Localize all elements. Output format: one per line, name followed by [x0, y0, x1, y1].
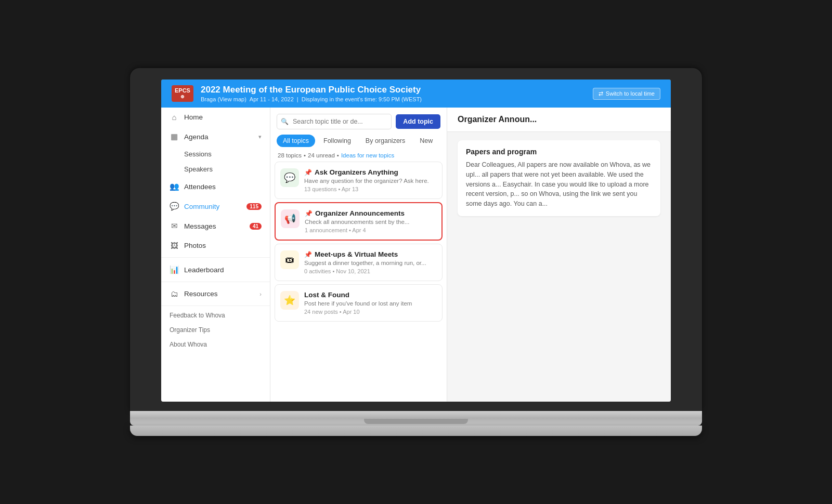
event-title: 2022 Meeting of the European Public Choi…: [201, 85, 422, 95]
topic-desc: Have any question for the organizer? Ask…: [304, 178, 437, 184]
app-logo: EPCS ⊕: [172, 85, 193, 102]
right-panel-header: Organizer Announ...: [447, 108, 671, 132]
community-badge: 115: [246, 203, 262, 210]
sidebar-divider: [161, 257, 270, 258]
topic-card-body: Lost & Found Post here if you've found o…: [304, 291, 437, 315]
topics-list: 💬 📌 Ask Organizers Anything Have any que…: [270, 162, 447, 402]
sidebar-item-photos[interactable]: 🖼 Photos: [161, 236, 270, 255]
topic-card-lost-found[interactable]: ⭐ Lost & Found Post here if you've found…: [275, 284, 443, 322]
switch-local-time-button[interactable]: ⇄ Switch to local time: [593, 88, 660, 100]
sidebar-divider-2: [161, 282, 270, 282]
resources-chevron-icon: ›: [259, 291, 262, 297]
pin-icon: 📌: [304, 169, 312, 176]
topic-meta: 0 activities • Nov 10, 2021: [304, 268, 437, 274]
laptop-notch: [364, 419, 468, 424]
topics-search-area: 🔍 Add topic: [270, 108, 447, 129]
announcement-card: Papers and program Dear Colleagues, All …: [458, 140, 660, 216]
topic-card-meetups[interactable]: 🎟 📌 Meet-ups & Virtual Meets Suggest a d…: [275, 244, 443, 281]
sidebar-item-speakers[interactable]: Speakers: [161, 162, 270, 177]
header-info: 2022 Meeting of the European Public Choi…: [201, 85, 422, 102]
search-input-wrap: 🔍: [277, 114, 392, 129]
ideas-link[interactable]: Ideas for new topics: [341, 152, 394, 158]
tab-by-organizers[interactable]: By organizers: [359, 135, 411, 147]
topic-desc: Suggest a dinner together, a morning run…: [304, 260, 437, 266]
topic-title: Lost & Found: [304, 291, 437, 299]
event-subtitle: Braga (View map) Apr 11 - 14, 2022 | Dis…: [201, 96, 422, 102]
sidebar-item-agenda[interactable]: ▦ Agenda ▾: [161, 127, 270, 147]
sidebar-divider-3: [161, 306, 270, 306]
attendees-icon: 👥: [170, 182, 179, 191]
topic-desc: Check all announcements sent by the...: [305, 219, 436, 225]
sidebar-item-home[interactable]: ⌂ Home: [161, 108, 270, 127]
leaderboard-icon: 📊: [170, 265, 179, 274]
app-body: ⌂ Home ▦ Agenda ▾ Sessions Speakers: [161, 108, 671, 402]
pin-icon: 📌: [304, 251, 312, 258]
add-topic-button[interactable]: Add topic: [396, 114, 440, 129]
announcement-text: Dear Colleagues, All papers are now avai…: [466, 160, 652, 209]
topic-title: 📌 Meet-ups & Virtual Meets: [304, 250, 437, 258]
tab-new[interactable]: New: [413, 135, 439, 147]
sidebar-item-attendees[interactable]: 👥 Attendees: [161, 177, 270, 196]
sidebar: ⌂ Home ▦ Agenda ▾ Sessions Speakers: [161, 108, 270, 402]
topics-tabs: All topics Following By organizers New: [270, 129, 447, 150]
agenda-icon: ▦: [170, 132, 179, 141]
topic-card-body: 📌 Organizer Announcements Check all anno…: [305, 209, 436, 233]
event-location: Braga (View map): [201, 96, 246, 102]
photos-icon: 🖼: [170, 241, 179, 250]
topic-title: 📌 Organizer Announcements: [305, 209, 436, 217]
sidebar-feedback[interactable]: Feedback to Whova: [161, 308, 270, 323]
topic-card-organizer-announcements[interactable]: 📢 📌 Organizer Announcements Check all an…: [275, 202, 443, 241]
search-icon: 🔍: [281, 118, 289, 125]
community-icon: 💬: [170, 202, 179, 211]
messages-badge: 41: [250, 223, 262, 230]
topic-icon: 🎟: [280, 250, 299, 269]
topic-desc: Post here if you've found or lost any it…: [304, 300, 437, 307]
search-input[interactable]: [277, 114, 392, 129]
sidebar-item-messages[interactable]: ✉ Messages 41: [161, 216, 270, 236]
sidebar-about-whova[interactable]: About Whova: [161, 337, 270, 352]
agenda-chevron-icon: ▾: [258, 134, 262, 140]
sidebar-item-sessions[interactable]: Sessions: [161, 147, 270, 162]
messages-icon: ✉: [170, 221, 179, 231]
topic-card-body: 📌 Ask Organizers Anything Have any quest…: [304, 168, 437, 192]
pin-icon: 📌: [305, 210, 313, 217]
announcement-title: Papers and program: [466, 148, 652, 156]
topic-card-body: 📌 Meet-ups & Virtual Meets Suggest a din…: [304, 250, 437, 274]
right-panel: Organizer Announ... Papers and program D…: [447, 108, 671, 402]
sidebar-item-leaderboard[interactable]: 📊 Leaderboard: [161, 260, 270, 280]
topic-title: 📌 Ask Organizers Anything: [304, 168, 437, 176]
tab-all-topics[interactable]: All topics: [277, 135, 315, 147]
laptop-base: [130, 411, 702, 426]
tab-following[interactable]: Following: [317, 135, 357, 147]
topic-meta: 13 questions • Apr 13: [304, 186, 437, 192]
topic-icon: 💬: [280, 168, 299, 187]
topics-meta: 28 topics • 24 unread • Ideas for new to…: [270, 150, 447, 162]
sidebar-item-resources[interactable]: 🗂 Resources ›: [161, 284, 270, 303]
topics-panel: 🔍 Add topic All topics Following By orga…: [270, 108, 447, 402]
home-icon: ⌂: [170, 113, 179, 122]
screen-bezel: EPCS ⊕ 2022 Meeting of the European Publ…: [130, 68, 702, 411]
right-panel-body: Papers and program Dear Colleagues, All …: [447, 132, 671, 402]
topic-icon: 📢: [281, 209, 300, 228]
laptop-screen: EPCS ⊕ 2022 Meeting of the European Publ…: [161, 79, 671, 402]
laptop-container: EPCS ⊕ 2022 Meeting of the European Publ…: [130, 68, 702, 436]
sidebar-organizer-tips[interactable]: Organizer Tips: [161, 323, 270, 337]
topic-meta: 1 announcement • Apr 4: [305, 227, 436, 233]
laptop-keyboard: [130, 426, 702, 436]
topic-icon: ⭐: [280, 291, 299, 310]
topic-card-ask-organizers[interactable]: 💬 📌 Ask Organizers Anything Have any que…: [275, 162, 443, 199]
sidebar-item-community[interactable]: 💬 Community 115: [161, 196, 270, 216]
resources-icon: 🗂: [170, 289, 179, 298]
topic-meta: 24 new posts • Apr 10: [304, 309, 437, 315]
switch-icon: ⇄: [599, 90, 603, 97]
app-header: EPCS ⊕ 2022 Meeting of the European Publ…: [161, 79, 671, 108]
content-area: 🔍 Add topic All topics Following By orga…: [270, 108, 671, 402]
